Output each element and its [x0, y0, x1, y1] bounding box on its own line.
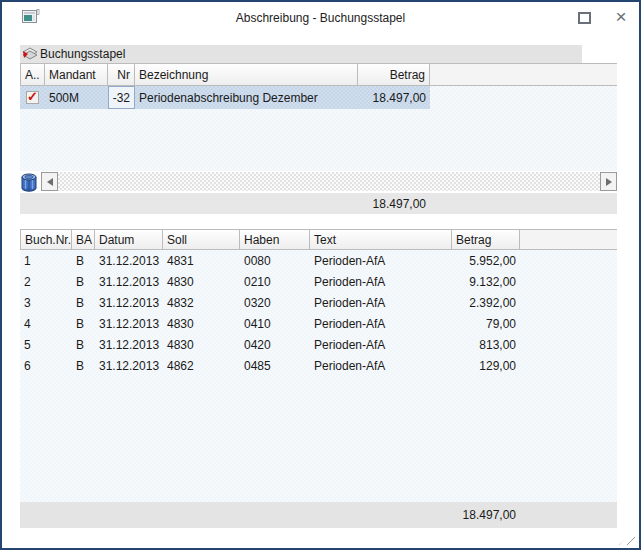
datum-cell: 31.12.2013: [95, 292, 163, 313]
betrag-cell: 18.497,00: [358, 86, 430, 109]
column-header-active[interactable]: A..: [20, 63, 45, 86]
column-header-datum[interactable]: Datum: [95, 229, 163, 250]
buchnr-cell: 6: [20, 355, 72, 376]
buchnr-cell: 5: [20, 334, 72, 355]
soll-cell: 4830: [163, 313, 240, 334]
column-header-betrag2[interactable]: Betrag: [452, 229, 520, 250]
soll-cell: 4862: [163, 355, 240, 376]
column-header-ba[interactable]: BA: [72, 229, 95, 250]
posting-row[interactable]: 6 B 31.12.2013 4862 0485 Perioden-AfA 12…: [20, 355, 617, 376]
column-header-haben[interactable]: Haben: [240, 229, 310, 250]
posting-row[interactable]: 1 B 31.12.2013 4831 0080 Perioden-AfA 5.…: [20, 250, 617, 271]
postings-grid-body: 1 B 31.12.2013 4831 0080 Perioden-AfA 5.…: [20, 250, 617, 502]
scrollbar-track[interactable]: [58, 172, 600, 191]
tab-buchungsstapel[interactable]: Buchungsstapel: [20, 45, 582, 63]
column-header-nr[interactable]: Nr: [108, 63, 135, 86]
datum-cell: 31.12.2013: [95, 250, 163, 271]
left-arrow-icon: [47, 178, 53, 186]
close-button[interactable]: ×: [610, 4, 632, 30]
batch-sum: 18.497,00: [20, 197, 430, 211]
betrag-cell: 813,00: [452, 334, 520, 355]
batch-grid-footer: 18.497,00: [20, 193, 617, 214]
tab-label: Buchungsstapel: [40, 47, 125, 61]
recycle-bin-icon[interactable]: [20, 172, 38, 192]
text-cell: Perioden-AfA: [310, 250, 452, 271]
soll-cell: 4830: [163, 334, 240, 355]
active-cell: ✓: [20, 86, 45, 109]
betrag-cell: 2.392,00: [452, 292, 520, 313]
haben-cell: 0080: [240, 250, 310, 271]
column-header-bezeichnung[interactable]: Bezeichnung: [135, 63, 358, 86]
batch-grid-hscrollbar: [20, 171, 617, 192]
nr-cell-focused[interactable]: -32: [108, 86, 135, 109]
posting-row[interactable]: 4 B 31.12.2013 4830 0410 Perioden-AfA 79…: [20, 313, 617, 334]
haben-cell: 0485: [240, 355, 310, 376]
buchnr-cell: 2: [20, 271, 72, 292]
buchnr-cell: 3: [20, 292, 72, 313]
maximize-button[interactable]: [578, 12, 591, 24]
column-header-text[interactable]: Text: [310, 229, 452, 250]
text-cell: Perioden-AfA: [310, 313, 452, 334]
mandant-cell: 500M: [45, 86, 108, 109]
posting-row[interactable]: 3 B 31.12.2013 4832 0320 Perioden-AfA 2.…: [20, 292, 617, 313]
ba-cell: B: [72, 292, 95, 313]
buchnr-cell: 4: [20, 313, 72, 334]
app-window: Abschreibung - Buchungsstapel × Buchungs…: [0, 0, 641, 550]
window-title: Abschreibung - Buchungsstapel: [2, 11, 639, 25]
posting-row[interactable]: 5 B 31.12.2013 4830 0420 Perioden-AfA 81…: [20, 334, 617, 355]
betrag-cell: 5.952,00: [452, 250, 520, 271]
haben-cell: 0320: [240, 292, 310, 313]
scroll-right-button[interactable]: [600, 172, 617, 191]
postings-sum: 18.497,00: [20, 508, 520, 522]
column-header-mandant[interactable]: Mandant: [45, 63, 108, 86]
postings-grid-header: Buch.Nr. BA Datum Soll Haben Text Betrag: [20, 229, 617, 250]
text-cell: Perioden-AfA: [310, 355, 452, 376]
row-filler: [430, 86, 617, 109]
soll-cell: 4830: [163, 271, 240, 292]
datum-cell: 31.12.2013: [95, 313, 163, 334]
column-header-soll[interactable]: Soll: [163, 229, 240, 250]
check-icon: ✓: [27, 91, 38, 102]
ba-cell: B: [72, 334, 95, 355]
betrag-cell: 79,00: [452, 313, 520, 334]
haben-cell: 0210: [240, 271, 310, 292]
batch-grid-header: A.. Mandant Nr Bezeichnung Betrag: [20, 63, 617, 86]
haben-cell: 0420: [240, 334, 310, 355]
titlebar: Abschreibung - Buchungsstapel ×: [2, 2, 639, 34]
resize-grip[interactable]: [619, 531, 635, 545]
ba-cell: B: [72, 355, 95, 376]
column-header-betrag[interactable]: Betrag: [358, 63, 430, 86]
bezeichnung-cell: Periodenabschreibung Dezember: [135, 86, 358, 109]
text-cell: Perioden-AfA: [310, 271, 452, 292]
right-arrow-icon: [606, 178, 612, 186]
batch-row-selected[interactable]: ✓ 500M -32 Periodenabschreibung Dezember…: [20, 86, 617, 109]
text-cell: Perioden-AfA: [310, 334, 452, 355]
ba-cell: B: [72, 250, 95, 271]
buchnr-cell: 1: [20, 250, 72, 271]
text-cell: Perioden-AfA: [310, 292, 452, 313]
datum-cell: 31.12.2013: [95, 271, 163, 292]
scroll-left-button[interactable]: [41, 172, 58, 191]
posting-row[interactable]: 2 B 31.12.2013 4830 0210 Perioden-AfA 9.…: [20, 271, 617, 292]
betrag-cell: 129,00: [452, 355, 520, 376]
datum-cell: 31.12.2013: [95, 355, 163, 376]
postings-grid-footer: 18.497,00: [20, 502, 617, 528]
active-checkbox[interactable]: ✓: [26, 91, 39, 104]
column-header-buchnr[interactable]: Buch.Nr.: [20, 229, 72, 250]
header-filler: [430, 63, 617, 86]
ba-cell: B: [72, 271, 95, 292]
soll-cell: 4831: [163, 250, 240, 271]
ba-cell: B: [72, 313, 95, 334]
datum-cell: 31.12.2013: [95, 334, 163, 355]
haben-cell: 0410: [240, 313, 310, 334]
betrag-cell: 9.132,00: [452, 271, 520, 292]
soll-cell: 4832: [163, 292, 240, 313]
header-filler: [520, 229, 617, 250]
batch-stack-icon: [22, 47, 38, 61]
